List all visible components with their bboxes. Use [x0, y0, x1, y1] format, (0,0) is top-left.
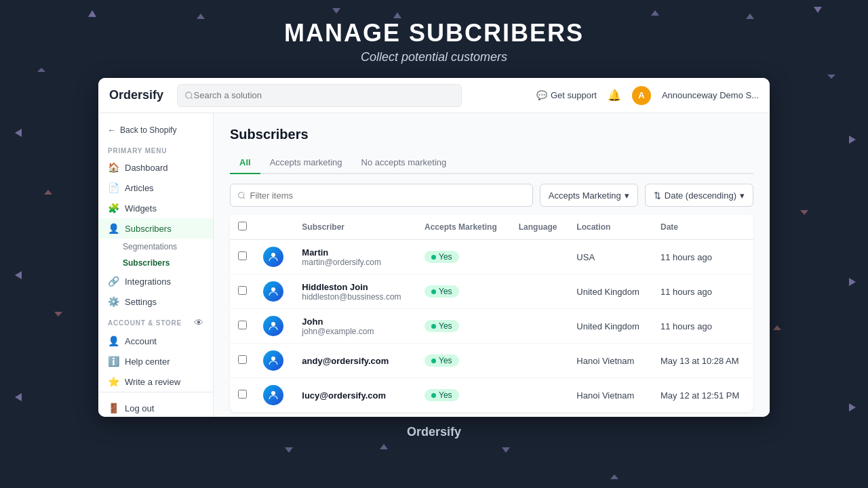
sidebar-item-widgets[interactable]: 🧩 Widgets	[98, 198, 213, 218]
filter-search-bar[interactable]	[230, 184, 533, 207]
header-subscriber-col: Subscriber	[294, 215, 416, 240]
row-checkbox-2[interactable]	[238, 321, 247, 329]
header-checkbox-cell	[230, 215, 255, 240]
table-row: Hiddleston Join hiddleston@bussiness.com…	[230, 274, 753, 309]
main-content: Subscribers All Accepts marketing No acc…	[214, 113, 770, 417]
row-checkbox-1[interactable]	[238, 286, 247, 295]
app-search-bar[interactable]	[177, 84, 462, 107]
app-body: ← Back to Shopify PRIMARY MENU 🏠 Dashboa…	[98, 113, 770, 417]
write-review-label: Write a review	[125, 377, 180, 387]
table-row: Martin martin@ordersify.com Yes USA 11 h…	[230, 240, 753, 274]
svg-point-0	[186, 92, 192, 98]
row-avatar-cell	[255, 240, 294, 274]
page-title: Subscribers	[230, 127, 753, 142]
subscriber-name: lucy@ordersify.com	[302, 390, 408, 401]
row-location-cell: United Kingdom	[568, 274, 652, 309]
topbar-right: 💬 Get support 🔔 A Announceway Demo S...	[536, 86, 759, 105]
sidebar-item-account[interactable]: 👤 Account	[98, 331, 213, 351]
account-icon: 👤	[108, 336, 119, 346]
header-date-col: Date	[652, 215, 753, 240]
row-location-cell: Hanoi Vietnam	[568, 378, 652, 413]
row-date-cell: May 12 at 12:51 PM	[652, 378, 753, 413]
subscribers-icon: 👤	[108, 223, 119, 234]
user-name: Announceway Demo S...	[662, 90, 759, 100]
accepts-marketing-badge: Yes	[425, 354, 459, 367]
filter-row: Accepts Marketing ▾ ⇅ Date (descending) …	[230, 184, 753, 207]
sidebar-item-help-center[interactable]: ℹ️ Help center	[98, 351, 213, 371]
subscriber-name: Hiddleston Join	[302, 282, 408, 292]
sidebar: ← Back to Shopify PRIMARY MENU 🏠 Dashboa…	[98, 113, 214, 417]
row-location-cell: USA	[568, 240, 652, 274]
sidebar-subitem-segmentations[interactable]: Segmentations	[98, 239, 213, 255]
subscribers-table: Subscriber Accepts Marketing Language Lo…	[230, 215, 753, 412]
row-checkbox-cell	[230, 240, 255, 274]
row-avatar-cell	[255, 309, 294, 344]
row-subscriber-cell: Hiddleston Join hiddleston@bussiness.com	[294, 274, 416, 309]
row-accepts-marketing-cell: Yes	[416, 274, 511, 309]
back-arrow-icon: ←	[108, 125, 116, 135]
chevron-down-icon-2: ▾	[740, 190, 745, 201]
row-checkbox-0[interactable]	[238, 251, 247, 260]
accepts-marketing-filter-button[interactable]: Accepts Marketing ▾	[540, 184, 638, 207]
sidebar-subitem-subscribers[interactable]: Subscribers	[98, 255, 213, 271]
articles-label: Articles	[125, 183, 154, 193]
eye-icon[interactable]: 👁	[194, 317, 203, 328]
search-input[interactable]	[194, 90, 454, 100]
row-date-cell: 11 hours ago	[652, 274, 753, 309]
table-row: andy@ordersify.com Yes Hanoi Vietnam May…	[230, 344, 753, 378]
help-icon: ℹ️	[108, 356, 119, 367]
subscriber-email: hiddleston@bussiness.com	[302, 292, 408, 302]
integrations-label: Integrations	[125, 277, 171, 287]
sidebar-item-subscribers[interactable]: 👤 Subscribers	[98, 218, 213, 239]
get-support-button[interactable]: 💬 Get support	[536, 90, 597, 100]
settings-icon: ⚙️	[108, 296, 119, 307]
hero-headline: MANAGE SUBCRIBERS	[0, 19, 868, 47]
row-accepts-marketing-cell: Yes	[416, 344, 511, 378]
row-date-cell: 11 hours ago	[652, 240, 753, 274]
date-sort-button[interactable]: ⇅ Date (descending) ▾	[645, 184, 753, 207]
row-date-cell: May 13 at 10:28 AM	[652, 344, 753, 378]
app-logo: Ordersify	[109, 88, 163, 102]
tab-accepts-marketing[interactable]: Accepts marketing	[260, 152, 352, 174]
dashboard-icon: 🏠	[108, 162, 119, 173]
tab-no-accepts-marketing[interactable]: No accepts marketing	[352, 152, 456, 174]
subscriber-name: andy@ordersify.com	[302, 356, 408, 366]
sidebar-item-articles[interactable]: 📄 Articles	[98, 178, 213, 198]
subscribers-label: Subscribers	[125, 224, 172, 234]
sidebar-item-dashboard[interactable]: 🏠 Dashboard	[98, 157, 213, 178]
notification-icon[interactable]: 🔔	[608, 89, 621, 102]
filter-input[interactable]	[250, 190, 525, 201]
sidebar-item-write-review[interactable]: ⭐ Write a review	[98, 371, 213, 392]
row-subscriber-cell: John john@example.com	[294, 309, 416, 344]
row-checkbox-4[interactable]	[238, 390, 247, 399]
row-checkbox-3[interactable]	[238, 355, 247, 364]
row-accepts-marketing-cell: Yes	[416, 378, 511, 413]
tab-all[interactable]: All	[230, 152, 260, 174]
filter-search-icon	[237, 191, 245, 200]
account-section-row: ACCOUNT & STORE 👁	[98, 312, 213, 331]
back-to-shopify-link[interactable]: ← Back to Shopify	[98, 121, 213, 142]
accepts-marketing-badge: Yes	[425, 320, 459, 332]
svg-point-6	[271, 391, 275, 395]
sidebar-item-integrations[interactable]: 🔗 Integrations	[98, 271, 213, 291]
sidebar-item-settings[interactable]: ⚙️ Settings	[98, 291, 213, 312]
logout-button[interactable]: 🚪 Log out	[98, 398, 213, 417]
tabs-row: All Accepts marketing No accepts marketi…	[230, 152, 753, 174]
row-language-cell	[511, 344, 569, 378]
header-accepts-marketing-col: Accepts Marketing	[416, 215, 511, 240]
user-avatar[interactable]: A	[632, 86, 651, 105]
subscriber-email: martin@ordersify.com	[302, 258, 408, 267]
articles-icon: 📄	[108, 182, 119, 193]
row-subscriber-cell: Martin martin@ordersify.com	[294, 240, 416, 274]
table-header-row: Subscriber Accepts Marketing Language Lo…	[230, 215, 753, 240]
svg-point-2	[271, 253, 275, 257]
row-subscriber-cell: andy@ordersify.com	[294, 344, 416, 378]
header-language-col: Language	[511, 215, 569, 240]
sidebar-bottom: 🚪 Log out	[98, 392, 213, 417]
primary-menu-label: PRIMARY MENU	[98, 142, 213, 157]
search-icon	[184, 91, 194, 100]
select-all-checkbox[interactable]	[238, 222, 247, 230]
logout-label: Log out	[125, 403, 154, 413]
footer-brand: Ordersify	[407, 425, 461, 439]
header-avatar-col	[255, 215, 294, 240]
